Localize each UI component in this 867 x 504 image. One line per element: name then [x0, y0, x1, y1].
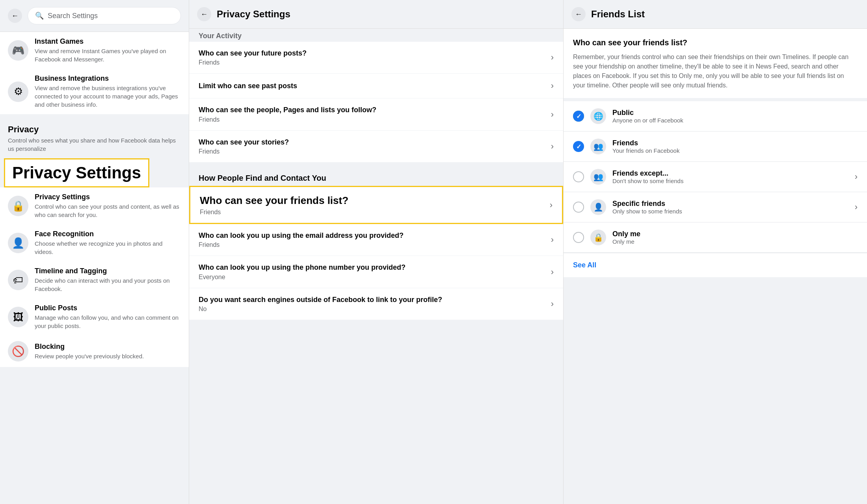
friends-except-chevron: › [855, 172, 858, 182]
specific-friends-subtitle: Only show to some friends [612, 208, 848, 215]
middle-panel-title: Privacy Settings [217, 9, 290, 20]
public-posts-icon: 🖼 [8, 307, 28, 327]
right-question: Who can see your friends list? [573, 37, 858, 48]
blocking-subtitle: Review people you've previously blocked. [35, 352, 181, 360]
search-icon: 🔍 [35, 11, 44, 20]
only-me-icon: 🔒 [590, 230, 606, 245]
public-posts-title: Public Posts [35, 304, 181, 312]
face-recognition-subtitle: Choose whether we recognize you in photo… [35, 239, 181, 256]
blocking-icon: 🚫 [8, 341, 28, 361]
search-input[interactable]: Search Settings [48, 12, 98, 20]
right-back-button[interactable]: ← [571, 7, 586, 21]
stories-item[interactable]: Who can see your stories? Friends › [189, 131, 563, 163]
future-posts-item[interactable]: Who can see your future posts? Friends › [189, 42, 563, 74]
privacy-section-title: Privacy [8, 124, 181, 135]
email-lookup-chevron: › [551, 235, 554, 245]
search-engines-subtitle: No [199, 306, 551, 313]
limit-past-posts-item[interactable]: Limit who can see past posts › [189, 74, 563, 98]
timeline-tagging-icon: 🏷 [8, 270, 28, 290]
phone-lookup-chevron: › [551, 267, 554, 277]
friends-list-item[interactable]: Who can see your friends list? Friends › [189, 186, 563, 224]
right-scroll-area: Who can see your friends list? Remember,… [564, 29, 867, 504]
only-me-radio [573, 232, 584, 243]
privacy-section-header: Privacy Control who sees what you share … [0, 117, 189, 154]
friends-radio-check: ✓ [573, 141, 584, 152]
people-pages-item[interactable]: Who can see the people, Pages and lists … [189, 98, 563, 130]
specific-friends-chevron: › [855, 202, 858, 212]
public-radio-outer: ✓ [573, 111, 584, 122]
middle-panel: ← Privacy Settings Your Activity Who can… [189, 0, 564, 504]
privacy-settings-item[interactable]: 🔒 Privacy Settings Control who can see y… [0, 187, 189, 224]
middle-panel-header: ← Privacy Settings [189, 0, 563, 29]
phone-lookup-title: Who can look you up using the phone numb… [199, 263, 551, 272]
left-panel: ← 🔍 Search Settings 🎮 Instant Games View… [0, 0, 189, 504]
specific-friends-icon: 👤 [590, 199, 606, 215]
right-panel-header: ← Friends List [564, 0, 867, 29]
public-posts-subtitle: Manage who can follow you, and who can c… [35, 313, 181, 330]
face-recognition-title: Face Recognition [35, 230, 181, 238]
people-pages-chevron: › [551, 109, 554, 120]
right-description-text: Remember, your friends control who can s… [573, 52, 858, 90]
business-integrations-title: Business Integrations [35, 74, 181, 83]
privacy-settings-subtitle: Control who can see your posts and conte… [35, 202, 181, 219]
your-activity-header: Your Activity [189, 29, 563, 42]
instant-games-item[interactable]: 🎮 Instant Games View and remove Instant … [0, 32, 189, 69]
stories-title: Who can see your stories? [199, 138, 551, 147]
left-panel-header: ← 🔍 Search Settings [0, 0, 189, 32]
instant-games-icon: 🎮 [8, 40, 28, 61]
right-panel-title: Friends List [591, 9, 645, 20]
friends-option-icon: 👥 [590, 139, 606, 154]
public-option-subtitle: Anyone on or off Facebook [612, 117, 858, 124]
friends-list-title: Who can see your friends list? [200, 194, 550, 208]
email-lookup-subtitle: Friends [199, 241, 551, 248]
future-posts-title: Who can see your future posts? [199, 49, 551, 58]
middle-back-button[interactable]: ← [197, 7, 211, 21]
limit-past-posts-chevron: › [551, 81, 554, 91]
middle-scroll-area: Your Activity Who can see your future po… [189, 29, 563, 504]
public-option[interactable]: ✓ 🌐 Public Anyone on or off Facebook [564, 101, 867, 132]
contact-block: Who can see your friends list? Friends ›… [189, 186, 563, 320]
activity-block: Who can see your future posts? Friends ›… [189, 42, 563, 163]
friends-list-subtitle: Friends [200, 209, 550, 216]
see-all-button[interactable]: See All [564, 253, 867, 277]
public-posts-item[interactable]: 🖼 Public Posts Manage who can follow you… [0, 298, 189, 335]
face-recognition-icon: 👤 [8, 233, 28, 253]
stories-subtitle: Friends [199, 148, 551, 155]
search-engines-chevron: › [551, 299, 554, 309]
business-integrations-icon: ⚙ [8, 82, 28, 102]
privacy-section-desc: Control who sees what you share and how … [8, 136, 181, 153]
friends-except-radio [573, 171, 584, 182]
email-lookup-item[interactable]: Who can look you up using the email addr… [189, 224, 563, 256]
friends-except-icon: 👥 [590, 169, 606, 185]
search-engines-item[interactable]: Do you want search engines outside of Fa… [189, 288, 563, 320]
blocking-title: Blocking [35, 343, 181, 351]
phone-lookup-subtitle: Everyone [199, 274, 551, 281]
timeline-tagging-item[interactable]: 🏷 Timeline and Tagging Decide who can in… [0, 261, 189, 298]
privacy-settings-label: Privacy Settings [12, 163, 141, 182]
face-recognition-item[interactable]: 👤 Face Recognition Choose whether we rec… [0, 224, 189, 261]
friends-list-chevron: › [550, 200, 553, 210]
limit-past-posts-title: Limit who can see past posts [199, 82, 551, 91]
search-bar[interactable]: 🔍 Search Settings [28, 7, 181, 24]
instant-games-subtitle: View and remove Instant Games you've pla… [35, 47, 181, 63]
friends-except-option[interactable]: 👥 Friends except... Don't show to some f… [564, 162, 867, 192]
only-me-option[interactable]: 🔒 Only me Only me [564, 222, 867, 253]
friends-option[interactable]: ✓ 👥 Friends Your friends on Facebook [564, 132, 867, 162]
blocking-item[interactable]: 🚫 Blocking Review people you've previous… [0, 335, 189, 367]
right-panel: ← Friends List Who can see your friends … [564, 0, 867, 504]
people-pages-title: Who can see the people, Pages and lists … [199, 106, 551, 115]
business-integrations-item[interactable]: ⚙ Business Integrations View and remove … [0, 69, 189, 114]
business-integrations-subtitle: View and remove the business integration… [35, 84, 181, 109]
future-posts-chevron: › [551, 52, 554, 63]
left-back-button[interactable]: ← [8, 9, 22, 23]
right-description-block: Who can see your friends list? Remember,… [564, 29, 867, 101]
friends-option-title: Friends [612, 139, 858, 147]
public-radio-check: ✓ [573, 111, 584, 122]
specific-friends-radio [573, 202, 584, 213]
phone-lookup-item[interactable]: Who can look you up using the phone numb… [189, 256, 563, 288]
timeline-tagging-title: Timeline and Tagging [35, 267, 181, 275]
specific-friends-option[interactable]: 👤 Specific friends Only show to some fri… [564, 192, 867, 222]
instant-games-title: Instant Games [35, 37, 181, 46]
search-engines-title: Do you want search engines outside of Fa… [199, 295, 551, 304]
friends-except-subtitle: Don't show to some friends [612, 178, 848, 184]
